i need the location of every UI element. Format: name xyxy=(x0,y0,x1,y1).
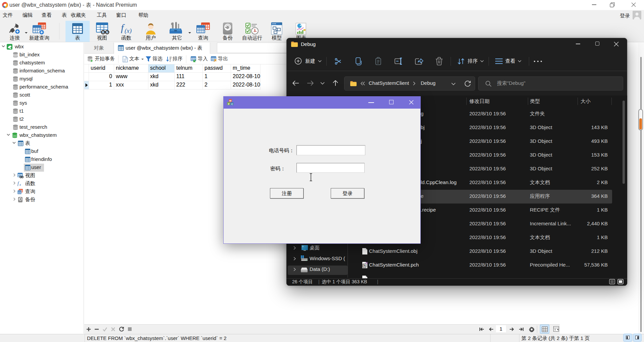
svg-text:C: C xyxy=(231,103,233,106)
svg-text:x: x xyxy=(19,183,21,186)
svg-text:F: F xyxy=(228,103,230,106)
svg-text:h: h xyxy=(364,264,366,268)
svg-text:M: M xyxy=(229,99,231,102)
svg-text:(x): (x) xyxy=(125,27,132,35)
